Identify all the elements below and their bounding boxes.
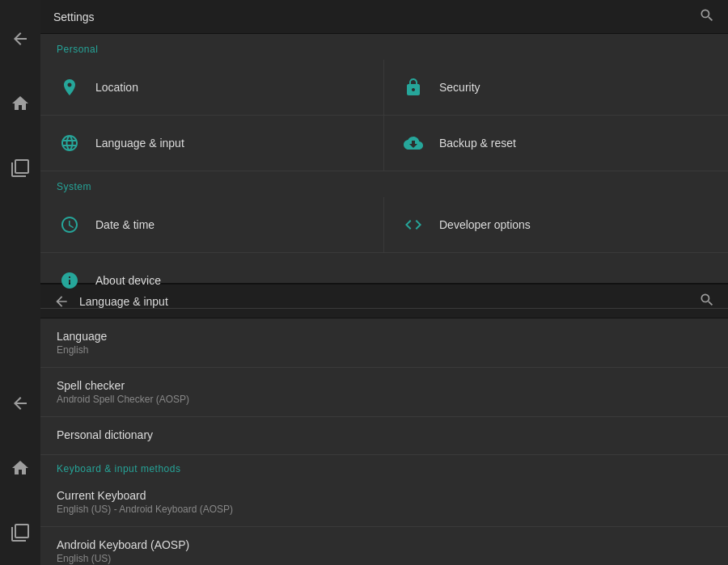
- language-input-item[interactable]: Language & input: [40, 116, 384, 171]
- system-section-label: System: [40, 171, 728, 197]
- personal-settings-grid: Location Security Language & input: [40, 60, 728, 171]
- settings-panel: Settings Personal Location: [40, 0, 728, 285]
- sidebar-back-bottom[interactable]: [0, 371, 40, 436]
- settings-search-button[interactable]: [699, 7, 715, 27]
- android-keyboard-title: Android Keyboard (AOSP): [57, 538, 712, 551]
- spell-checker-title: Spell checker: [57, 379, 712, 392]
- settings-header: Settings: [40, 0, 728, 34]
- android-keyboard-item[interactable]: Android Keyboard (AOSP) English (US): [40, 527, 728, 565]
- backup-icon: [400, 130, 426, 156]
- recents-icon: [11, 158, 30, 178]
- about-device-label: About device: [95, 274, 161, 287]
- back-arrow-icon: [53, 293, 70, 310]
- sidebar-home-top[interactable]: [0, 71, 40, 136]
- back-icon-2: [11, 394, 30, 413]
- sidebar: [0, 0, 40, 565]
- back-icon: [11, 29, 30, 48]
- location-item[interactable]: Location: [40, 60, 384, 116]
- system-settings-grid: Date & time Developer options About devi…: [40, 197, 728, 309]
- location-label: Location: [95, 81, 138, 94]
- android-keyboard-subtitle: English (US): [57, 553, 712, 564]
- language-item-title: Language: [57, 330, 712, 343]
- language-search-button[interactable]: [699, 292, 715, 311]
- home-icon-2: [11, 458, 30, 478]
- personal-dictionary-item[interactable]: Personal dictionary: [40, 417, 728, 455]
- personal-section-label: Personal: [40, 34, 728, 60]
- backup-reset-item[interactable]: Backup & reset: [384, 116, 728, 171]
- date-time-item[interactable]: Date & time: [40, 197, 384, 253]
- personal-dictionary-title: Personal dictionary: [57, 428, 712, 441]
- home-icon: [11, 94, 30, 113]
- security-item[interactable]: Security: [384, 60, 728, 116]
- backup-reset-label: Backup & reset: [439, 137, 516, 150]
- language-icon: [57, 130, 83, 156]
- about-icon: [57, 268, 83, 293]
- location-icon: [57, 74, 83, 100]
- settings-title: Settings: [53, 11, 95, 23]
- current-keyboard-title: Current Keyboard: [57, 489, 712, 502]
- recents-icon-2: [11, 523, 30, 542]
- language-item[interactable]: Language English: [40, 318, 728, 368]
- search-icon-2: [699, 292, 715, 308]
- language-input-panel: Language & input Language English Spell …: [40, 285, 728, 565]
- current-keyboard-subtitle: English (US) - Android Keyboard (AOSP): [57, 504, 712, 515]
- language-input-label: Language & input: [95, 137, 184, 150]
- spell-checker-item[interactable]: Spell checker Android Spell Checker (AOS…: [40, 368, 728, 417]
- developer-options-item[interactable]: Developer options: [384, 197, 728, 253]
- language-item-subtitle: English: [57, 344, 712, 356]
- security-label: Security: [439, 81, 480, 94]
- main-content: Settings Personal Location: [40, 0, 728, 565]
- developer-icon: [400, 212, 426, 238]
- date-time-label: Date & time: [95, 218, 154, 231]
- current-keyboard-item[interactable]: Current Keyboard English (US) - Android …: [40, 478, 728, 527]
- sidebar-recents-top[interactable]: [0, 136, 40, 200]
- spell-checker-subtitle: Android Spell Checker (AOSP): [57, 394, 712, 405]
- sidebar-home-bottom[interactable]: [0, 436, 40, 500]
- language-input-title: Language & input: [79, 295, 689, 308]
- sidebar-back-top[interactable]: [0, 6, 40, 71]
- security-icon: [400, 74, 426, 100]
- developer-options-label: Developer options: [439, 218, 531, 231]
- sidebar-recents-bottom[interactable]: [0, 500, 40, 565]
- keyboard-section-label: Keyboard & input methods: [40, 455, 728, 478]
- datetime-icon: [57, 212, 83, 238]
- language-back-button[interactable]: [53, 293, 70, 310]
- search-icon: [699, 7, 715, 23]
